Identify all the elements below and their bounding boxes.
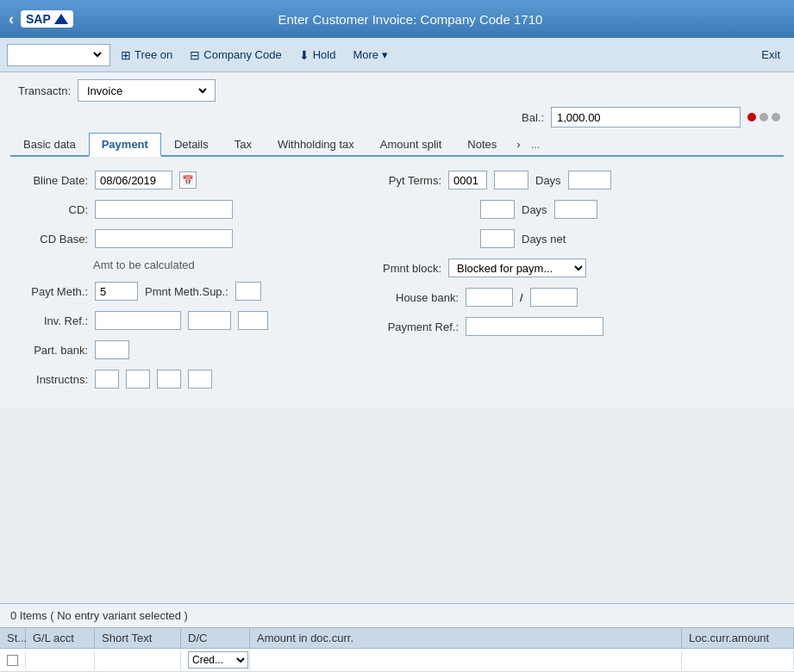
part-bank-input[interactable] bbox=[95, 340, 129, 359]
cell-short[interactable] bbox=[95, 651, 181, 669]
app-header: ‹ SAP Enter Customer Invoice: Company Co… bbox=[0, 0, 794, 38]
tab-withholding-tax[interactable]: Withholding tax bbox=[265, 133, 367, 155]
calendar-icon[interactable]: 📅 bbox=[179, 171, 197, 189]
loc-curr-input[interactable] bbox=[689, 654, 786, 667]
cell-amt[interactable] bbox=[250, 651, 682, 669]
instructns-row: Instructns: bbox=[10, 370, 338, 389]
cd-base-input[interactable] bbox=[95, 229, 233, 248]
days-net-label: Days net bbox=[522, 233, 566, 246]
sap-logo: SAP bbox=[21, 10, 73, 28]
toolbar-dropdown[interactable] bbox=[7, 44, 110, 66]
sap-triangle-icon bbox=[54, 14, 68, 24]
balance-label: Bal.: bbox=[522, 111, 544, 124]
pyt-terms-input[interactable] bbox=[448, 171, 487, 190]
transactn-select-wrapper[interactable]: Invoice Credit Memo bbox=[78, 79, 216, 102]
instructns-label: Instructns: bbox=[10, 373, 88, 386]
transactn-row: Transactn: Invoice Credit Memo bbox=[10, 79, 784, 102]
inv-ref-row: Inv. Ref.: bbox=[10, 311, 338, 330]
pmnt-meth-sup-input[interactable] bbox=[235, 282, 261, 301]
bline-date-input[interactable] bbox=[95, 171, 172, 190]
payment-form: Bline Date: 📅 CD: CD Base: Amt to be cal… bbox=[10, 167, 784, 401]
tabs: Basic data Payment Details Tax Withholdi… bbox=[10, 133, 784, 157]
transactn-select[interactable]: Invoice Credit Memo bbox=[84, 84, 209, 98]
company-code-button[interactable]: ⊟ Company Code bbox=[183, 46, 288, 65]
house-bank-input2[interactable] bbox=[530, 288, 578, 307]
red-indicator bbox=[747, 113, 756, 121]
pyt-terms-days3[interactable] bbox=[480, 229, 515, 248]
pyt-terms-days1b[interactable] bbox=[568, 171, 611, 190]
toolbar-select[interactable] bbox=[13, 47, 104, 62]
house-bank-label: House bank: bbox=[381, 291, 459, 304]
days-net-row: Days net bbox=[372, 229, 784, 248]
payment-ref-row: Payment Ref.: bbox=[372, 317, 784, 336]
tree-on-button[interactable]: ⊞ Tree on bbox=[114, 46, 179, 65]
table-header: St... G/L acct Short Text D/C Amount in … bbox=[0, 627, 794, 649]
two-col-form: Bline Date: 📅 CD: CD Base: Amt to be cal… bbox=[10, 171, 784, 394]
instructns-input4[interactable] bbox=[188, 370, 212, 389]
items-header: 0 Items ( No entry variant selected ) bbox=[0, 604, 794, 627]
tab-notes[interactable]: Notes bbox=[454, 133, 510, 155]
tab-payment[interactable]: Payment bbox=[89, 133, 161, 157]
col-header-amt: Amount in doc.curr. bbox=[250, 628, 682, 648]
pyt-terms-days1a[interactable] bbox=[494, 171, 528, 190]
col-header-short: Short Text bbox=[95, 628, 181, 648]
short-text-input[interactable] bbox=[102, 654, 173, 667]
part-bank-label: Part. bank: bbox=[10, 344, 88, 357]
col-header-dc: D/C bbox=[181, 628, 250, 648]
col-header-loc: Loc.curr.amount bbox=[682, 628, 794, 648]
pyt-terms-label: Pyt Terms: bbox=[372, 174, 441, 187]
tab-amount-split[interactable]: Amount split bbox=[367, 133, 455, 155]
more-button[interactable]: More ▾ bbox=[346, 46, 395, 64]
tab-more-button[interactable]: › bbox=[510, 134, 527, 155]
inv-ref-input2[interactable] bbox=[188, 311, 231, 330]
tab-tax[interactable]: Tax bbox=[222, 133, 265, 155]
table-row: Cred... Debit bbox=[0, 649, 794, 672]
days-row2: Days bbox=[372, 200, 784, 219]
inv-ref-input3[interactable] bbox=[238, 311, 268, 330]
transactn-label: Transactn: bbox=[10, 84, 71, 97]
pyt-terms-days2b[interactable] bbox=[554, 200, 597, 219]
dc-select[interactable]: Cred... Debit bbox=[188, 651, 248, 669]
amount-input[interactable] bbox=[257, 654, 674, 667]
instructns-input3[interactable] bbox=[157, 370, 181, 389]
pmnt-block-row: Pmnt block: Blocked for paym... Free for… bbox=[372, 258, 784, 277]
pmnt-block-select[interactable]: Blocked for paym... Free for payment bbox=[448, 258, 586, 277]
balance-indicators bbox=[747, 113, 780, 121]
pmnt-block-label: Pmnt block: bbox=[372, 262, 441, 275]
gl-input[interactable] bbox=[33, 654, 87, 667]
chevron-down-icon: ▾ bbox=[382, 48, 388, 61]
cd-base-label: CD Base: bbox=[10, 233, 88, 246]
payt-meth-input[interactable] bbox=[95, 282, 138, 301]
cd-input[interactable] bbox=[95, 200, 233, 219]
cd-row: CD: bbox=[10, 200, 338, 219]
row-checkbox[interactable] bbox=[7, 655, 18, 666]
bline-date-row: Bline Date: 📅 bbox=[10, 171, 338, 190]
house-bank-row: House bank: / bbox=[372, 288, 784, 307]
exit-button[interactable]: Exit bbox=[754, 46, 787, 64]
cell-dc[interactable]: Cred... Debit bbox=[181, 649, 250, 671]
tab-basic-data[interactable]: Basic data bbox=[10, 133, 89, 155]
tab-details[interactable]: Details bbox=[161, 133, 222, 155]
hold-icon: ⬇ bbox=[299, 48, 309, 62]
bottom-section: 0 Items ( No entry variant selected ) St… bbox=[0, 603, 794, 672]
tab-ellipsis: ... bbox=[528, 134, 544, 155]
form-col-right: Pyt Terms: Days Days Days net bbox=[372, 171, 784, 394]
pmnt-meth-sup-label: Pmnt Meth.Sup.: bbox=[145, 285, 228, 298]
instructns-input2[interactable] bbox=[126, 370, 150, 389]
payment-ref-input[interactable] bbox=[466, 317, 603, 336]
company-code-icon: ⊟ bbox=[190, 48, 200, 62]
cell-loc[interactable] bbox=[682, 651, 794, 669]
hold-button[interactable]: ⬇ Hold bbox=[292, 46, 343, 65]
days-label1: Days bbox=[535, 174, 561, 187]
house-bank-input1[interactable] bbox=[466, 288, 513, 307]
back-button[interactable]: ‹ bbox=[9, 10, 14, 28]
amt-calculated-text: Amt to be calculated bbox=[93, 258, 338, 271]
cell-st bbox=[0, 652, 26, 669]
inv-ref-input1[interactable] bbox=[95, 311, 181, 330]
pyt-terms-days2a[interactable] bbox=[480, 200, 515, 219]
instructns-input1[interactable] bbox=[95, 370, 119, 389]
form-col-left: Bline Date: 📅 CD: CD Base: Amt to be cal… bbox=[10, 171, 338, 394]
balance-input[interactable] bbox=[551, 107, 741, 128]
days-label2: Days bbox=[522, 203, 547, 216]
cell-gl[interactable] bbox=[26, 651, 95, 669]
